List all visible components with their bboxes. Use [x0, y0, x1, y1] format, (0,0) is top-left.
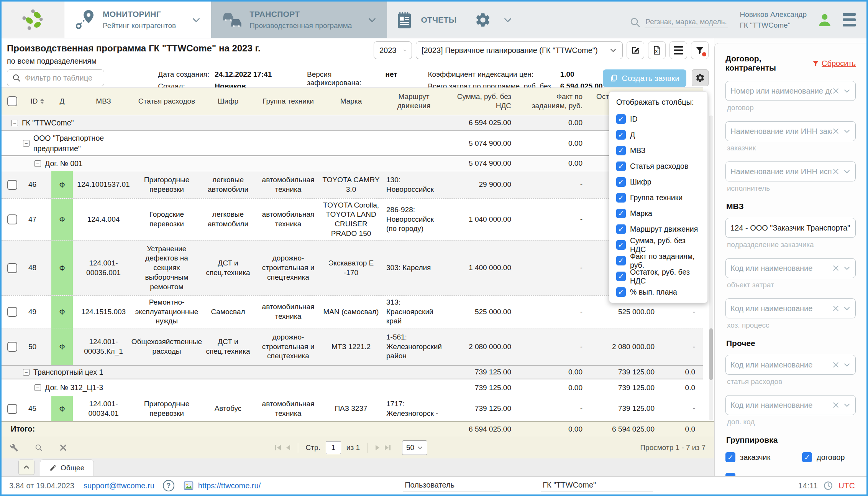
- checkbox-checked[interactable]: ✓: [616, 193, 626, 203]
- column-header-cipher[interactable]: Шифр: [199, 88, 257, 115]
- collapse-panel-button[interactable]: [18, 460, 34, 475]
- sidebar-field-input[interactable]: [730, 167, 832, 176]
- checkbox-checked[interactable]: ✓: [616, 146, 626, 155]
- app-logo[interactable]: [2, 2, 64, 38]
- table-settings-button[interactable]: [692, 69, 709, 86]
- status-user-field[interactable]: [403, 480, 500, 491]
- page-number-input[interactable]: [326, 441, 341, 454]
- scrollbar-thumb[interactable]: [709, 328, 713, 380]
- select-all-checkbox[interactable]: [7, 96, 17, 106]
- chevron-down-icon[interactable]: [843, 87, 851, 95]
- create-requests-button[interactable]: Создать заявки: [603, 69, 686, 87]
- checkbox-checked[interactable]: ✓: [616, 287, 626, 297]
- column-toggle-item[interactable]: ✓ Группа техники: [616, 190, 701, 206]
- nav-tab-reports[interactable]: ОТЧЕТЫ: [395, 2, 456, 38]
- chevron-down-icon[interactable]: [843, 264, 851, 272]
- grouping-option[interactable]: ✓ заказчик: [725, 452, 802, 462]
- clear-icon[interactable]: [832, 127, 840, 135]
- collapse-group-icon[interactable]: −: [34, 160, 41, 167]
- menu-button[interactable]: [669, 41, 687, 59]
- chevron-down-icon[interactable]: [843, 401, 851, 409]
- collapse-group-icon[interactable]: −: [23, 140, 30, 147]
- column-toggle-item[interactable]: ✓ Остаток, руб. без НДС: [616, 269, 701, 284]
- site-link[interactable]: https://ttwcome.ru/: [198, 481, 261, 490]
- row-checkbox[interactable]: [7, 307, 17, 317]
- checkbox-checked[interactable]: ✓: [616, 209, 626, 218]
- status-org-field[interactable]: [541, 480, 653, 491]
- sidebar-field-input[interactable]: [730, 361, 832, 369]
- chevron-down-icon[interactable]: [843, 361, 851, 369]
- table-row[interactable]: 45 Ф 124.001-00034.01 Пригородные перево…: [2, 396, 703, 421]
- sidebar-field-input[interactable]: [730, 127, 832, 136]
- column-toggle-item[interactable]: ✓ Сумма, руб. без НДС: [616, 237, 701, 253]
- table-row[interactable]: 49 Ф 124.1515.003 Ремонтно-эксплуатацион…: [2, 295, 703, 328]
- timezone-label[interactable]: UTC: [838, 481, 855, 490]
- sidebar-field-input[interactable]: [730, 304, 832, 313]
- clear-icon[interactable]: [832, 361, 840, 369]
- filter-button[interactable]: [691, 41, 709, 59]
- sidebar-field-input[interactable]: [730, 224, 851, 232]
- table-row[interactable]: 48 Ф 124.001-00036.001 Устранение дефект…: [2, 240, 703, 295]
- menu-icon[interactable]: [843, 2, 856, 38]
- table-row[interactable]: 47 Ф 124.4.004 Городские перевозки легко…: [2, 198, 703, 240]
- column-header-fact[interactable]: Факт по заданиям, руб.: [519, 88, 590, 115]
- clear-icon[interactable]: [832, 168, 840, 175]
- column-header-brand[interactable]: Марка: [320, 88, 382, 115]
- help-icon[interactable]: ?: [163, 480, 174, 491]
- row-checkbox[interactable]: [7, 342, 17, 352]
- avatar[interactable]: [817, 12, 833, 28]
- support-email-link[interactable]: support@ttwcome.ru: [84, 481, 154, 490]
- collapse-group-icon[interactable]: −: [11, 120, 18, 126]
- checkbox-checked[interactable]: ✓: [725, 473, 735, 476]
- table-group-row[interactable]: − Дог. № 312_Ц1-3 739 125.00 0.00 739 12…: [2, 379, 703, 396]
- checkbox-checked[interactable]: ✓: [616, 240, 626, 250]
- sidebar-field-input[interactable]: [730, 264, 832, 273]
- page-size-select[interactable]: 50: [402, 440, 427, 455]
- chevron-down-icon[interactable]: [843, 127, 851, 135]
- reset-filters-link[interactable]: Сбросить: [812, 59, 856, 68]
- column-toggle-item[interactable]: ✓ Д: [616, 127, 701, 143]
- close-icon[interactable]: [59, 443, 67, 452]
- next-page-button[interactable]: [376, 445, 379, 450]
- chevron-down-icon[interactable]: [191, 15, 201, 25]
- table-group-row[interactable]: − Дог. № 001 5 074 900.00 0.00: [2, 156, 703, 171]
- chevron-down-icon[interactable]: [367, 15, 377, 25]
- first-page-button[interactable]: [275, 445, 281, 450]
- column-toggle-item[interactable]: ✓ Статья расходов: [616, 158, 701, 174]
- nav-tab-transport[interactable]: ТРАНСПОРТ Производственная программа: [211, 2, 387, 38]
- nav-tab-monitoring[interactable]: МОНИТОРИНГ Рейтинг контрагентов: [64, 2, 211, 38]
- checkbox-checked[interactable]: ✓: [616, 161, 626, 171]
- table-group-row[interactable]: − ООО "Транспортное предприятие" 5 074 9…: [2, 131, 703, 156]
- last-page-button[interactable]: [385, 445, 391, 450]
- row-checkbox[interactable]: [7, 214, 17, 224]
- column-header-mvz[interactable]: МВЗ: [73, 88, 134, 115]
- collapse-group-icon[interactable]: −: [23, 369, 30, 376]
- checkbox-checked[interactable]: ✓: [616, 224, 626, 234]
- column-toggle-item[interactable]: ✓ Марка: [616, 206, 701, 221]
- column-header-id[interactable]: ID: [23, 88, 51, 115]
- sidebar-field-input[interactable]: [730, 401, 832, 410]
- checkbox-checked[interactable]: ✓: [616, 130, 626, 140]
- user-info[interactable]: Новиков Александр ГК "TTWCome": [740, 2, 807, 38]
- export-excel-button[interactable]: [648, 41, 666, 59]
- column-header-sum[interactable]: Сумма, руб. без НДС: [445, 88, 519, 115]
- column-toggle-item[interactable]: ✓ Шифр: [616, 174, 701, 190]
- grouping-option[interactable]: ✓ договор: [802, 452, 845, 462]
- edit-button[interactable]: [627, 41, 644, 59]
- column-header-tech-group[interactable]: Группа техники: [257, 88, 320, 115]
- checkbox-checked[interactable]: ✓: [802, 452, 812, 462]
- table-row[interactable]: 46 Ф 124.1001537.01 Пригородные перевозк…: [2, 171, 703, 198]
- column-header-route[interactable]: Маршрут движения: [382, 88, 445, 115]
- chevron-down-icon[interactable]: [843, 305, 851, 312]
- chevron-down-icon[interactable]: [503, 15, 513, 25]
- chevron-down-icon[interactable]: [843, 168, 851, 175]
- wrench-icon[interactable]: [10, 443, 18, 452]
- column-header-d[interactable]: Д: [51, 88, 73, 115]
- clear-icon[interactable]: [832, 305, 840, 312]
- row-checkbox[interactable]: [7, 404, 17, 414]
- program-select[interactable]: [2023] Первичное планирование (ГК "TTWCo…: [416, 41, 623, 59]
- sidebar-field-input[interactable]: [730, 87, 832, 96]
- clear-icon[interactable]: [832, 87, 840, 95]
- column-toggle-item[interactable]: ✓ ID: [616, 111, 701, 127]
- collapse-group-icon[interactable]: −: [34, 384, 41, 391]
